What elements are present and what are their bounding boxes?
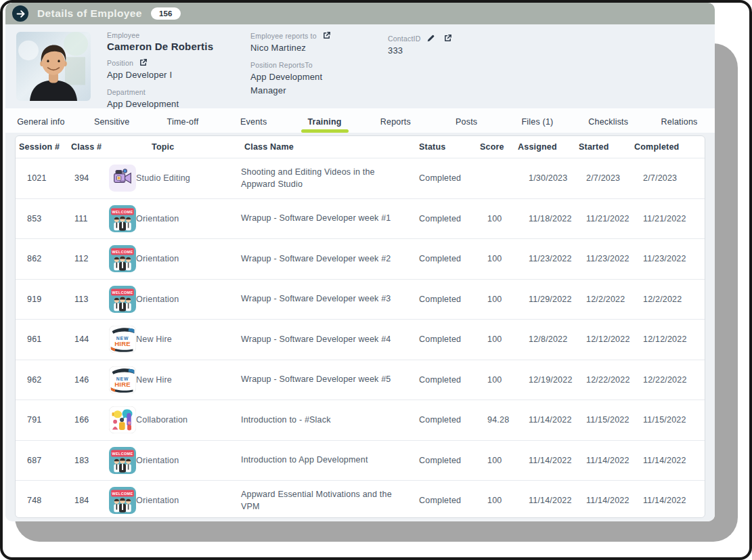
- tab-general-info[interactable]: General info: [5, 108, 76, 133]
- tab-label: Events: [240, 117, 267, 127]
- svg-text:WELCOME: WELCOME: [112, 452, 133, 456]
- cell-session: 687: [16, 456, 70, 465]
- cell-status: Completed: [416, 415, 479, 425]
- cell-status: Completed: [416, 456, 479, 465]
- cell-assigned: 11/23/2022: [516, 254, 577, 263]
- training-table: Session #Class #TopicClass NameStatusSco…: [15, 135, 705, 518]
- tab-label: Checklists: [588, 117, 628, 127]
- cell-score: 94.28: [479, 415, 516, 425]
- contact-id-label: ContactID: [388, 35, 421, 43]
- cell-started: 11/14/2022: [577, 456, 634, 465]
- cell-status: Completed: [416, 375, 479, 385]
- cell-session: 1021: [16, 173, 70, 183]
- cell-class-name: Wrapup - Software Developer week #3: [238, 293, 416, 305]
- cell-status: Completed: [416, 295, 479, 304]
- table-row[interactable]: 1021394 Studio EditingShooting and Editi…: [16, 158, 705, 199]
- cell-score: 100: [479, 456, 516, 465]
- cell-topic: Orientation: [136, 456, 238, 465]
- position-reports-to-value: App Development Manager: [250, 70, 359, 98]
- welcome-icon: WELCOME: [109, 286, 136, 313]
- contact-id-column: ContactID 333: [388, 34, 496, 64]
- cell-class-name: Wrapup - Software Developer week #4: [238, 333, 416, 346]
- movie-camera-icon: [109, 165, 136, 192]
- cell-topic: Studio Editing: [136, 173, 238, 183]
- svg-text:WELCOME: WELCOME: [112, 250, 133, 254]
- collaboration-icon: [109, 406, 136, 433]
- tab-files-1[interactable]: Files (1): [502, 108, 573, 133]
- cell-completed: 11/14/2022: [634, 456, 705, 465]
- count-badge: 156: [151, 7, 181, 20]
- cell-assigned: 11/14/2022: [516, 496, 577, 505]
- arrow-right-circle-button[interactable]: [12, 5, 28, 22]
- table-row[interactable]: 853111 WELCOME OrientationWrapup - Softw…: [16, 199, 705, 240]
- cell-class-name: Wrapup - Software Developer week #1: [238, 212, 416, 225]
- cell-completed: 12/12/2022: [634, 335, 705, 344]
- cell-started: 11/15/2022: [577, 415, 634, 425]
- cell-completed: 11/21/2022: [634, 214, 705, 223]
- cell-status: Completed: [416, 173, 479, 183]
- welcome-icon: WELCOME: [109, 487, 136, 514]
- cell-assigned: 11/14/2022: [516, 456, 577, 465]
- new-hire-icon: NEW HIRE: [109, 366, 136, 393]
- cell-class-name: Wrapup - Software Developer week #5: [238, 373, 416, 386]
- training-table-body: 1021394 Studio EditingShooting and Editi…: [16, 158, 705, 518]
- cell-completed: 12/22/2022: [634, 375, 705, 385]
- employee-info-panel: Employee Cameron De Robertis Position Ap…: [5, 24, 715, 108]
- cell-completed: 11/23/2022: [634, 254, 705, 263]
- col-completed: Completed: [634, 142, 705, 152]
- cell-assigned: 1/30/2023: [516, 173, 577, 183]
- details-of-employee-window: Details of Employee 156: [5, 3, 715, 521]
- tab-posts[interactable]: Posts: [431, 108, 502, 133]
- cell-session: 961: [16, 335, 70, 344]
- col-classname: Class Name: [238, 142, 416, 152]
- arrow-right-icon: [16, 9, 26, 19]
- svg-text:WELCOME: WELCOME: [112, 210, 133, 214]
- cell-session: 862: [16, 254, 70, 263]
- table-row[interactable]: 919113 WELCOME OrientationWrapup - Softw…: [16, 280, 705, 320]
- cell-session: 853: [16, 214, 70, 223]
- col-status: Status: [416, 142, 479, 152]
- cell-class-name: Appward Essential Motivations and the VP…: [238, 488, 416, 514]
- table-row[interactable]: 862112 WELCOME OrientationWrapup - Softw…: [16, 239, 705, 280]
- cell-session: 962: [16, 375, 70, 385]
- contact-external-link-icon[interactable]: [443, 34, 452, 43]
- cell-started: 2/7/2023: [577, 173, 634, 183]
- tab-label: Relations: [661, 117, 698, 127]
- cell-started: 11/23/2022: [577, 254, 634, 263]
- position-label: Position: [107, 59, 133, 67]
- svg-text:WELCOME: WELCOME: [112, 492, 133, 496]
- cell-class: 394: [70, 173, 109, 183]
- cell-score: 100: [479, 254, 516, 263]
- position-external-link-icon[interactable]: [139, 58, 148, 67]
- table-row[interactable]: 748184 WELCOME OrientationAppward Essent…: [16, 481, 705, 518]
- cell-session: 748: [16, 496, 70, 505]
- tab-checklists[interactable]: Checklists: [573, 108, 644, 133]
- table-row[interactable]: 961144 NEW HIRE New HireWrapup - Softwar…: [16, 320, 705, 360]
- col-score: Score: [479, 142, 516, 152]
- cell-score: 100: [479, 375, 516, 385]
- svg-text:WELCOME: WELCOME: [112, 290, 133, 295]
- reports-to-value: Nico Martinez: [250, 41, 372, 55]
- cell-class-name: Introduction to App Development: [238, 454, 416, 467]
- employee-label: Employee: [107, 31, 242, 39]
- pencil-icon[interactable]: [426, 34, 435, 43]
- table-row[interactable]: 962146 NEW HIRE New HireWrapup - Softwar…: [16, 360, 705, 401]
- tab-relations[interactable]: Relations: [644, 108, 715, 133]
- window-titlebar: Details of Employee 156: [5, 3, 715, 24]
- cell-class: 183: [70, 456, 109, 465]
- cell-topic: Orientation: [136, 254, 238, 263]
- cell-session: 919: [16, 295, 70, 304]
- cell-topic: Orientation: [136, 214, 238, 223]
- col-assigned: Assigned: [516, 142, 577, 152]
- cell-topic: New Hire: [136, 375, 238, 385]
- cell-class: 111: [70, 214, 109, 223]
- cell-status: Completed: [416, 214, 479, 223]
- table-row[interactable]: 791166 CollaborationIntroduction to - #S…: [16, 400, 705, 441]
- tab-training[interactable]: Training: [289, 108, 360, 133]
- tab-reports[interactable]: Reports: [360, 108, 431, 133]
- table-row[interactable]: 687183 WELCOME OrientationIntroduction t…: [16, 441, 705, 481]
- cell-completed: 2/7/2023: [634, 173, 705, 183]
- reports-to-external-link-icon[interactable]: [322, 31, 331, 40]
- cell-status: Completed: [416, 335, 479, 344]
- cell-assigned: 12/19/2022: [516, 375, 577, 385]
